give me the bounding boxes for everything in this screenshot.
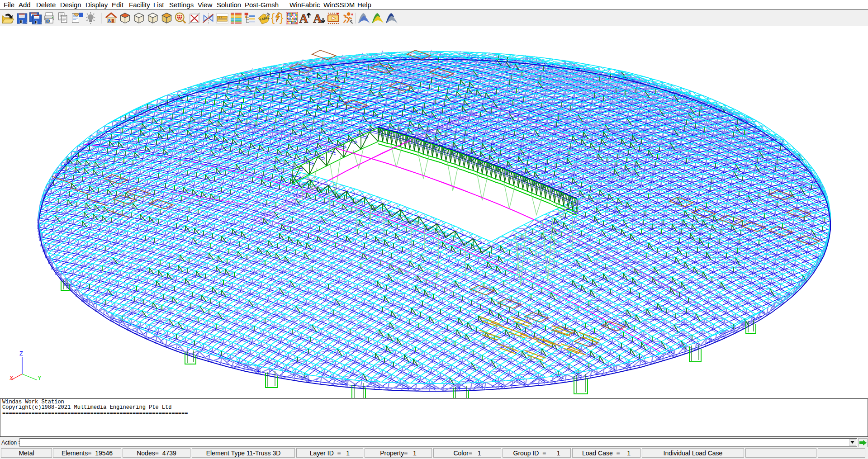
svg-text:X: X — [9, 374, 14, 381]
svg-text:A: A — [313, 12, 322, 25]
svg-text:Y: Y — [38, 374, 42, 381]
svg-text:}: } — [280, 11, 283, 24]
svg-text:{: { — [271, 11, 275, 24]
svg-text:Z: Z — [19, 350, 23, 357]
svg-text:A: A — [299, 12, 308, 25]
